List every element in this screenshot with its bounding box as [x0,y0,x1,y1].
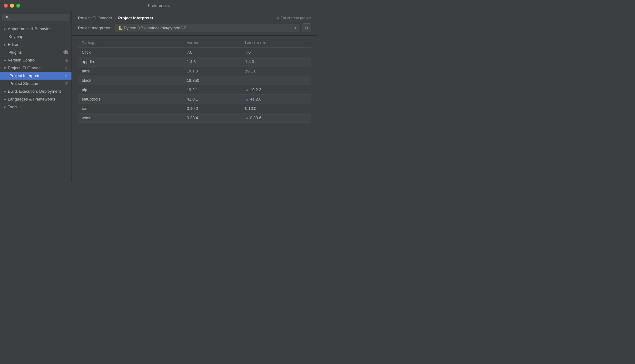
interpreter-label: Project Interpreter: [78,26,112,30]
sidebar-item-languages-frameworks[interactable]: ▶ Languages & Frameworks [0,95,71,103]
package-version: 1.4.3 [183,57,241,66]
package-name: black [78,76,183,85]
sidebar-item-project-interpreter[interactable]: Project Interpreter ⊞ [0,72,71,80]
title-bar: Preferences [0,0,318,11]
table-row[interactable]: pip19.2.1▲19.2.3 [78,85,311,95]
column-latest-version: Latest version [241,38,311,48]
table-header: Package Version Latest version [78,38,311,48]
copy-icon: ⊞ [65,74,68,78]
sidebar-item-label: Version Control [8,58,64,62]
copy-icon: ⊞ [65,81,68,86]
arrow-icon: ▶ [3,67,7,69]
column-version: Version [183,38,241,48]
packages-tbody: Click7.07.0appdirs1.4.31.4.3attrs19.1.01… [78,48,311,123]
table-row[interactable]: wheel0.33.4▲0.33.6 [78,113,311,123]
upgrade-arrow-icon: ▲ [245,97,249,101]
table-row[interactable]: toml0.10.00.10.0 [78,104,311,113]
package-latest-version: 19.1.0 [241,66,311,76]
maximize-button[interactable] [16,3,20,7]
sidebar-item-project-structure[interactable]: Project Structure ⊞ [0,80,71,87]
sidebar-item-version-control[interactable]: ▶ Version Control ⊞ [0,56,71,64]
sidebar-item-appearance-behavior[interactable]: ▶ Appearance & Behavior [0,25,71,33]
package-name: pip [78,85,183,95]
sidebar-item-plugins[interactable]: Plugins 1 [0,48,71,56]
sidebar-item-editor[interactable]: ▶ Editor [0,41,71,48]
table-row[interactable]: attrs19.1.019.1.0 [78,66,311,76]
main-layout: 🔍 ▶ Appearance & Behavior Keymap ▶ Edito… [0,11,318,182]
sidebar-item-label: Tools [8,105,68,109]
sidebar: 🔍 ▶ Appearance & Behavior Keymap ▶ Edito… [0,11,72,182]
package-name: appdirs [78,57,183,66]
table-row[interactable]: setuptools41.0.1▲41.2.0 [78,95,311,104]
package-latest-version: ▲0.33.6 [241,113,311,123]
sidebar-item-label: Project Structure [9,81,64,86]
package-version: 41.0.1 [183,95,241,104]
package-latest-version: 0.10.0 [241,104,311,113]
package-name: Click [78,48,183,57]
package-name: wheel [78,113,183,123]
arrow-icon: ▶ [4,27,6,31]
package-name: toml [78,104,183,113]
search-box[interactable]: 🔍 [2,14,69,21]
upgrade-arrow-icon: ▲ [245,87,249,92]
sidebar-item-label: Appearance & Behavior [8,27,68,31]
for-project-text: For current project [281,16,311,20]
package-version: 0.10.0 [183,104,241,113]
window-controls [4,3,20,7]
sidebar-item-project-tlomodel[interactable]: ▶ Project: TLOmodel ⊞ [0,64,71,72]
window-title: Preferences [148,3,170,8]
table-row[interactable]: Click7.07.0 [78,48,311,57]
plugins-badge: 1 [63,50,68,54]
sidebar-item-label: Build, Execution, Deployment [8,89,68,94]
package-name: attrs [78,66,183,76]
interpreter-row: Project Interpreter: 🐍 Python 3.7 /usr/l… [78,23,311,32]
sidebar-item-label: Keymap [8,34,68,39]
column-package: Package [78,38,183,48]
arrow-icon: ▶ [4,98,6,101]
interpreter-value: 🐍 Python 3.7 /usr/local/bin/python3.7 [118,26,186,30]
packages-list: Package Version Latest version Click7.07… [78,38,311,123]
sidebar-item-keymap[interactable]: Keymap [0,33,71,41]
package-version: 7.0 [183,48,241,57]
package-latest-version: 7.0 [241,48,311,57]
gear-button[interactable]: ⚙ [303,23,311,32]
sidebar-item-label: Languages & Frameworks [8,97,68,101]
sidebar-item-label: Editor [8,42,68,47]
gear-icon: ⚙ [305,26,309,30]
arrow-icon: ▶ [4,59,6,62]
sidebar-nav: ▶ Appearance & Behavior Keymap ▶ Editor … [0,24,71,182]
content-header: Project: TLOmodel › Project Interpreter … [72,11,318,36]
interpreter-select[interactable]: 🐍 Python 3.7 /usr/local/bin/python3.7 ▾ [115,24,299,32]
package-latest-version: ▲41.2.0 [241,95,311,104]
package-version: 19.1.0 [183,66,241,76]
upgrade-arrow-icon: ▲ [245,116,249,120]
minimize-button[interactable] [10,3,14,7]
sidebar-item-label: Plugins [8,50,63,55]
package-latest-version [241,76,311,85]
search-icon: 🔍 [5,16,10,20]
package-latest-version: ▲19.2.3 [241,85,311,95]
package-version: 0.33.4 [183,113,241,123]
sidebar-item-build-execution[interactable]: ▶ Build, Execution, Deployment [0,87,71,95]
arrow-icon: ▶ [4,90,6,93]
breadcrumb-arrow: › [114,16,116,20]
package-name: setuptools [78,95,183,104]
package-version: 19.2.1 [183,85,241,95]
breadcrumb-current: Project Interpreter [118,16,153,20]
breadcrumb: Project: TLOmodel › Project Interpreter … [78,16,311,20]
copy-icon: ⊞ [65,58,68,62]
package-version: 19.3b0 [183,76,241,85]
package-latest-version: 1.4.3 [241,57,311,66]
copy-icon: ⊞ [65,66,68,70]
arrow-icon: ▶ [4,43,6,46]
packages-table: Package Version Latest version Click7.07… [72,36,318,182]
sidebar-item-tools[interactable]: ▶ Tools [0,103,71,111]
table-row[interactable]: black19.3b0 [78,76,311,85]
arrow-icon: ▶ [4,106,6,109]
content-area: Project: TLOmodel › Project Interpreter … [72,11,318,182]
table-row[interactable]: appdirs1.4.31.4.3 [78,57,311,66]
close-button[interactable] [4,3,8,7]
search-input[interactable] [11,15,66,20]
for-project-label: 🖥 For current project [276,16,311,20]
sidebar-item-label: Project: TLOmodel [8,66,64,70]
